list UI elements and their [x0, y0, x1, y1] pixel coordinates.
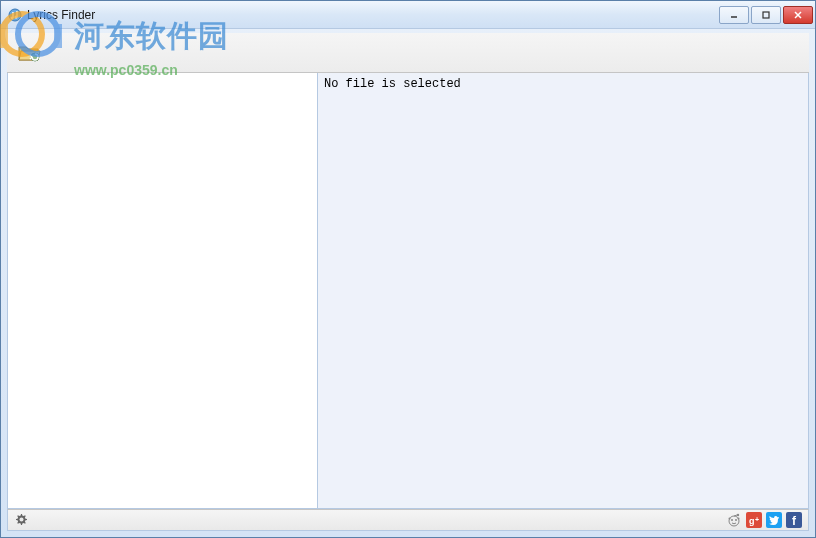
svg-text:+: + — [755, 516, 759, 523]
window-title: Lyrics Finder — [27, 8, 719, 22]
svg-text:g: g — [749, 516, 755, 526]
svg-text:f: f — [792, 514, 797, 527]
app-icon — [7, 7, 23, 23]
lyrics-panel: No file is selected — [318, 73, 808, 508]
content-area: No file is selected — [7, 73, 809, 509]
settings-button[interactable] — [14, 513, 28, 527]
svg-point-15 — [738, 518, 740, 520]
minimize-button[interactable] — [719, 6, 749, 24]
file-list-panel[interactable] — [8, 73, 318, 508]
toolbar — [7, 33, 809, 73]
svg-point-2 — [15, 15, 18, 18]
social-icons: g + f — [726, 512, 802, 528]
open-folder-button[interactable] — [13, 37, 45, 69]
svg-point-14 — [729, 518, 731, 520]
svg-point-0 — [9, 9, 21, 21]
status-message: No file is selected — [324, 77, 461, 91]
window-controls — [719, 6, 813, 24]
title-bar: Lyrics Finder — [1, 1, 815, 29]
svg-point-1 — [11, 16, 14, 19]
maximize-button[interactable] — [751, 6, 781, 24]
svg-point-9 — [729, 516, 739, 526]
reddit-icon[interactable] — [726, 512, 742, 528]
svg-rect-4 — [763, 12, 769, 18]
window-frame: Lyrics Finder — [0, 0, 816, 538]
svg-point-10 — [731, 519, 733, 521]
facebook-icon[interactable]: f — [786, 512, 802, 528]
status-bar: g + f — [7, 509, 809, 531]
svg-point-12 — [737, 514, 739, 516]
svg-line-13 — [734, 515, 737, 516]
twitter-icon[interactable] — [766, 512, 782, 528]
google-plus-icon[interactable]: g + — [746, 512, 762, 528]
close-button[interactable] — [783, 6, 813, 24]
svg-point-8 — [20, 518, 24, 522]
svg-point-11 — [735, 519, 737, 521]
